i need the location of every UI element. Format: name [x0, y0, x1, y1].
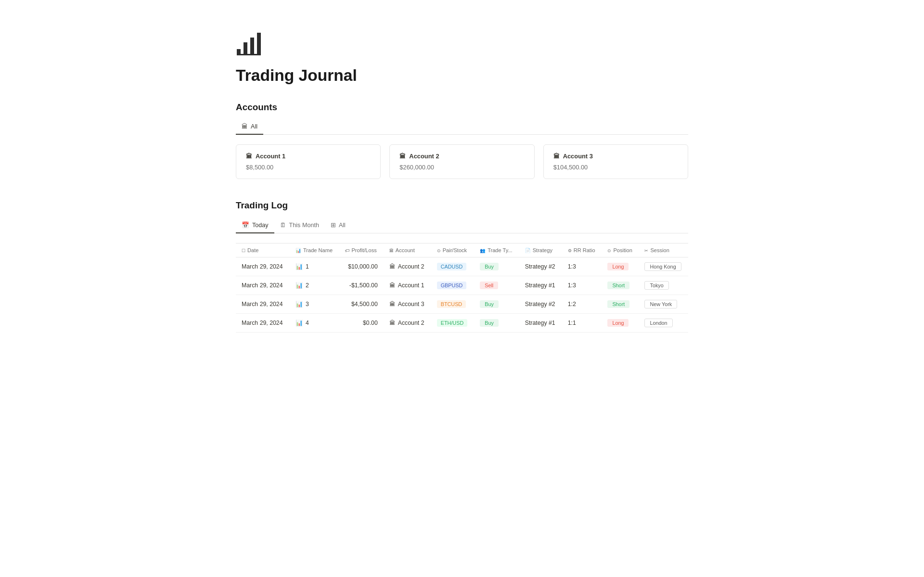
col-position-icon: ⊙: [607, 248, 611, 253]
svg-rect-3: [257, 33, 261, 54]
session-badge-3: London: [644, 319, 672, 327]
trading-log-tabs: 📅 Today 🗓 This Month ⊞ All: [236, 218, 688, 233]
page-title: Trading Journal: [236, 66, 688, 85]
svg-rect-0: [237, 49, 241, 54]
table-icon: ⊞: [331, 221, 336, 229]
pair-badge-3: ETH/USD: [437, 319, 468, 327]
col-rr-icon: ⚙: [568, 248, 572, 253]
cell-trade-name-0: 📊 1: [290, 257, 339, 276]
table-row[interactable]: March 29, 2024📊 3$4,500.00🏛 Account 3BTC…: [236, 295, 688, 314]
cell-profit-0: $10,000.00: [339, 257, 383, 276]
col-position: ⊙Position: [602, 244, 639, 257]
cell-rr-2: 1:2: [562, 295, 602, 314]
accounts-grid: 🏛 Account 1 $8,500.00 🏛 Account 2 $260,0…: [236, 144, 688, 179]
bar-chart-icon-0: 📊: [295, 263, 303, 270]
tab-all[interactable]: ⊞ All: [325, 218, 351, 233]
account-card-value-3: $104,500.00: [553, 164, 678, 171]
accounts-tabs: 🏛 All: [236, 119, 688, 135]
bank-icon-1: 🏛: [246, 153, 252, 160]
cell-session-2: New York: [639, 295, 688, 314]
position-badge-1: Short: [607, 282, 629, 289]
col-session-icon: ✂: [644, 248, 648, 253]
cell-rr-3: 1:1: [562, 314, 602, 333]
position-badge-2: Short: [607, 300, 629, 308]
trading-log-table: ☐Date 📊Trade Name 🏷Profit/Loss 🏛Account …: [236, 243, 688, 333]
trading-log-table-wrapper: ☐Date 📊Trade Name 🏷Profit/Loss 🏛Account …: [236, 243, 688, 333]
col-profit-icon: 🏷: [345, 248, 349, 253]
logo-icon: [236, 29, 688, 66]
cell-strategy-1: Strategy #1: [519, 276, 562, 295]
bank-icon-3: 🏛: [553, 153, 560, 160]
cell-profit-2: $4,500.00: [339, 295, 383, 314]
cell-position-0: Long: [602, 257, 639, 276]
position-badge-0: Long: [607, 263, 629, 270]
cell-position-1: Short: [602, 276, 639, 295]
session-badge-2: New York: [644, 300, 677, 308]
account-card-3[interactable]: 🏛 Account 3 $104,500.00: [543, 144, 688, 179]
col-date-icon: ☐: [242, 248, 245, 253]
col-session: ✂Session: [639, 244, 688, 257]
table-row[interactable]: March 29, 2024📊 4$0.00🏛 Account 2ETH/USD…: [236, 314, 688, 333]
cell-position-3: Long: [602, 314, 639, 333]
svg-rect-4: [237, 54, 261, 55]
bank-icon-row-1: 🏛: [389, 282, 395, 289]
bank-icon-row-2: 🏛: [389, 301, 395, 308]
col-trade-icon: 📊: [295, 248, 301, 253]
pair-badge-1: GBPUSD: [437, 282, 467, 289]
cell-trade-type-1: Sell: [474, 276, 519, 295]
cell-account-2: 🏛 Account 3: [384, 295, 431, 314]
calendar-icon: 📅: [242, 221, 249, 229]
cell-pair-0: CADUSD: [431, 257, 474, 276]
page-container: Trading Journal Accounts 🏛 All 🏛 Account…: [197, 0, 727, 361]
pair-badge-0: CADUSD: [437, 263, 467, 270]
cell-session-0: Hong Kong: [639, 257, 688, 276]
cell-strategy-0: Strategy #2: [519, 257, 562, 276]
col-account-icon: 🏛: [389, 248, 394, 253]
col-strategy: 📄Strategy: [519, 244, 562, 257]
account-card-value-2: $260,000.00: [399, 164, 524, 171]
cell-rr-0: 1:3: [562, 257, 602, 276]
account-card-title-3: 🏛 Account 3: [553, 153, 678, 160]
cell-position-2: Short: [602, 295, 639, 314]
tab-accounts-all[interactable]: 🏛 All: [236, 119, 263, 135]
cell-rr-1: 1:3: [562, 276, 602, 295]
account-card-1[interactable]: 🏛 Account 1 $8,500.00: [236, 144, 381, 179]
col-trade-name: 📊Trade Name: [290, 244, 339, 257]
col-pair: ⊙Pair/Stock: [431, 244, 474, 257]
cell-date-3: March 29, 2024: [236, 314, 290, 333]
bar-chart-icon-3: 📊: [295, 320, 303, 326]
calendar-grid-icon: 🗓: [280, 222, 286, 229]
account-card-2[interactable]: 🏛 Account 2 $260,000.00: [389, 144, 534, 179]
svg-rect-2: [250, 38, 254, 54]
cell-trade-type-2: Buy: [474, 295, 519, 314]
cell-date-0: March 29, 2024: [236, 257, 290, 276]
cell-account-0: 🏛 Account 2: [384, 257, 431, 276]
tab-today[interactable]: 📅 Today: [236, 218, 274, 233]
col-account: 🏛Account: [384, 244, 431, 257]
cell-pair-3: ETH/USD: [431, 314, 474, 333]
col-profit-loss: 🏷Profit/Loss: [339, 244, 383, 257]
cell-pair-2: BTCUSD: [431, 295, 474, 314]
cell-date-1: March 29, 2024: [236, 276, 290, 295]
col-rr-ratio: ⚙RR Ratio: [562, 244, 602, 257]
bank-icon-2: 🏛: [399, 153, 406, 160]
col-tradetype-icon: 👥: [480, 248, 486, 253]
cell-profit-1: -$1,500.00: [339, 276, 383, 295]
cell-date-2: March 29, 2024: [236, 295, 290, 314]
position-badge-3: Long: [607, 319, 629, 327]
cell-trade-name-1: 📊 2: [290, 276, 339, 295]
cell-account-1: 🏛 Account 1: [384, 276, 431, 295]
col-strategy-icon: 📄: [525, 248, 531, 253]
accounts-title: Accounts: [236, 102, 688, 113]
table-row[interactable]: March 29, 2024📊 2-$1,500.00🏛 Account 1GB…: [236, 276, 688, 295]
bar-chart-icon-1: 📊: [295, 282, 303, 289]
trade-type-badge-2: Buy: [480, 300, 499, 308]
trade-type-badge-3: Buy: [480, 319, 499, 327]
cell-trade-name-3: 📊 4: [290, 314, 339, 333]
col-trade-type: 👥Trade Ty...: [474, 244, 519, 257]
session-badge-1: Tokyo: [644, 281, 668, 290]
table-row[interactable]: March 29, 2024📊 1$10,000.00🏛 Account 2CA…: [236, 257, 688, 276]
trading-log-title: Trading Log: [236, 200, 688, 211]
bank-icon-row-0: 🏛: [389, 263, 395, 270]
tab-this-month[interactable]: 🗓 This Month: [274, 218, 325, 233]
